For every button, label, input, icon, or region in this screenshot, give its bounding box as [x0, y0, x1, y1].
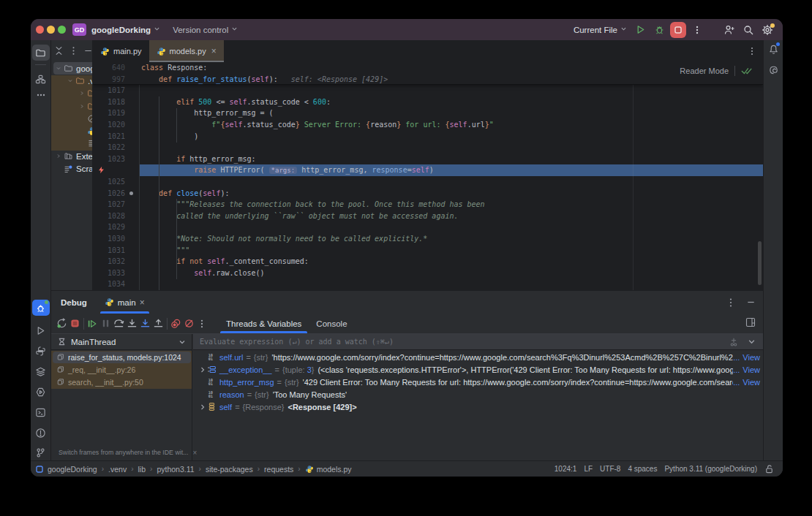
breadcrumb-python3-11[interactable]: python3.11: [157, 465, 194, 474]
rerun-button[interactable]: [55, 315, 68, 333]
zoom-window-button[interactable]: [58, 26, 66, 34]
status-line-ending[interactable]: LF: [584, 465, 593, 473]
chevron-down-icon[interactable]: [56, 64, 61, 72]
variable-row--exception-[interactable]: __exception__={tuple: 3}(<class 'request…: [193, 363, 763, 376]
breadcrumb-googleDorking[interactable]: googleDorking: [48, 465, 97, 474]
chevron-down-icon[interactable]: [67, 77, 73, 85]
file-lock-icon[interactable]: [764, 464, 774, 474]
search-everywhere-icon[interactable]: [740, 22, 756, 38]
chevron-right-icon[interactable]: [56, 152, 61, 160]
breadcrumb-lib[interactable]: lib: [138, 465, 146, 474]
services-tool-button[interactable]: [32, 384, 50, 400]
code-with-me-icon[interactable]: [721, 22, 737, 38]
project-options-icon[interactable]: [69, 46, 78, 56]
stack-frame-row[interactable]: raise_for_status, models.py:1024: [51, 351, 192, 363]
debug-view-tab-threads-variables[interactable]: Threads & Variables: [219, 314, 309, 333]
run-button[interactable]: [632, 22, 648, 38]
collapse-all-icon[interactable]: [54, 46, 64, 56]
notifications-bell-button[interactable]: [764, 41, 782, 57]
debug-options-icon[interactable]: [726, 297, 736, 308]
debug-view-tab-console[interactable]: Console: [309, 314, 354, 333]
editor-tab-models-py[interactable]: models.py×: [149, 40, 224, 62]
ai-assistant-button[interactable]: [764, 61, 782, 77]
project-tree-item[interactable]: [51, 113, 93, 125]
run-tool-button[interactable]: [32, 322, 50, 338]
chevron-right-icon[interactable]: [79, 89, 85, 97]
thread-selector[interactable]: MainThread: [51, 334, 192, 350]
mute-breakpoints-button[interactable]: [182, 315, 195, 333]
debug-tool-button[interactable]: [32, 300, 50, 316]
project-tree-item-googledorking[interactable]: googleDorking: [51, 62, 93, 75]
settings-gear-icon[interactable]: [759, 22, 775, 38]
project-tree-item-external-libraries[interactable]: External Libraries: [51, 150, 93, 162]
project-tree-item--venv[interactable]: .venv: [51, 75, 93, 87]
project-tree-item[interactable]: [51, 87, 93, 99]
view-value-link[interactable]: View: [740, 353, 763, 362]
status-caret-position[interactable]: 1024:1: [555, 465, 577, 473]
editor-scrollbar[interactable]: [758, 241, 762, 285]
more-button[interactable]: [195, 315, 208, 333]
minimize-window-button[interactable]: [47, 26, 55, 34]
step-out-button[interactable]: [151, 315, 165, 333]
debug-button[interactable]: [651, 22, 667, 38]
expand-chevron-icon[interactable]: [198, 366, 206, 373]
project-tree-item[interactable]: [51, 100, 93, 113]
pause-button[interactable]: [99, 315, 112, 333]
run-configuration-select[interactable]: Current File: [574, 26, 626, 34]
stop-button[interactable]: [670, 22, 686, 38]
git-tool-button[interactable]: [32, 444, 50, 460]
python-packages-tool-button[interactable]: [32, 343, 50, 359]
step-into-button[interactable]: [125, 315, 138, 333]
step-over-button[interactable]: [112, 315, 125, 333]
tab-list-icon[interactable]: [747, 46, 757, 59]
problems-tool-button[interactable]: [32, 425, 50, 441]
editor-tab-main-py[interactable]: main.py: [93, 40, 149, 62]
code-editor[interactable]: Reader Mode 10171018 elif 500 <= self.st…: [93, 62, 763, 290]
force-step-into-button[interactable]: [138, 315, 151, 333]
terminal-tool-button[interactable]: [32, 404, 50, 420]
exception-breakpoint-icon[interactable]: [97, 166, 105, 178]
view-value-link[interactable]: View: [740, 378, 763, 387]
project-name[interactable]: googleDorking: [91, 26, 151, 34]
status-encoding[interactable]: UTF-8: [600, 465, 620, 473]
breadcrumb-site-packages[interactable]: site-packages: [206, 465, 253, 474]
resume-button[interactable]: [86, 315, 99, 333]
project-tree-item-scratches-and-consoles[interactable]: Scratches and Consoles: [51, 163, 93, 175]
project-tree-item[interactable]: [51, 125, 93, 137]
hide-panel-icon[interactable]: [83, 46, 93, 56]
status-indent-style[interactable]: 4 spaces: [628, 465, 657, 473]
version-control-menu[interactable]: Version control: [173, 26, 228, 34]
variable-row-self-url[interactable]: 1001self.url={str}'https://www.google.co…: [193, 351, 763, 363]
more-actions-icon[interactable]: [689, 22, 705, 38]
breadcrumb--venv[interactable]: .venv: [108, 465, 127, 474]
chevron-right-icon[interactable]: [79, 102, 85, 110]
evaluate-expression-input[interactable]: Evaluate expression (↵) or add a watch (…: [193, 334, 763, 350]
variable-row-reason[interactable]: 1001reason={str}'Too Many Requests': [193, 388, 763, 401]
variable-row-http-error-msg[interactable]: 1001http_error_msg={str}'429 Client Erro…: [193, 376, 763, 388]
breadcrumb-requests[interactable]: requests: [264, 465, 293, 474]
stack-frame-row[interactable]: search, __init__.py:50: [51, 376, 192, 388]
status-python-interpreter[interactable]: Python 3.11 (googleDorking): [664, 465, 757, 473]
structure-tool-button[interactable]: [32, 71, 50, 87]
expand-chevron-icon[interactable]: [198, 403, 206, 411]
hide-debug-icon[interactable]: [746, 297, 756, 307]
project-widget-icon[interactable]: [36, 466, 43, 473]
stop-button[interactable]: [68, 315, 81, 333]
variable-row-self[interactable]: self={Response}<Response [429]>: [193, 401, 763, 413]
close-window-button[interactable]: [36, 26, 44, 34]
services-stack-tool-button[interactable]: [32, 363, 50, 379]
layout-settings-icon[interactable]: [745, 317, 756, 330]
project-tool-button[interactable]: [32, 45, 50, 61]
stack-frame-row[interactable]: _req, __init__.py:26: [51, 363, 192, 376]
add-watch-icon[interactable]: [729, 337, 739, 347]
chevron-down-icon[interactable]: [748, 338, 756, 346]
breadcrumb-models-py[interactable]: models.py: [305, 465, 352, 474]
view-value-link[interactable]: View: [740, 365, 763, 374]
debug-session-tab[interactable]: main ×: [100, 291, 149, 314]
close-session-icon[interactable]: ×: [140, 297, 145, 308]
gutter-marker-dot[interactable]: [129, 191, 133, 195]
view-breakpoints-button[interactable]: [169, 315, 182, 333]
more-tool-windows-button[interactable]: [32, 87, 50, 103]
project-tree-item[interactable]: [51, 137, 93, 150]
close-tab-icon[interactable]: ×: [211, 46, 217, 56]
